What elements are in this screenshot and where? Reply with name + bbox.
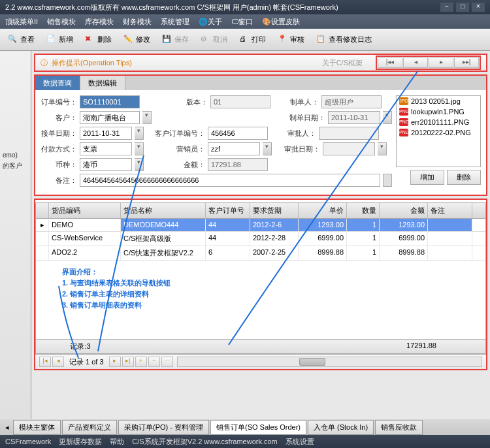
left-item[interactable]: 的客户 — [1, 160, 29, 172]
about-link[interactable]: 关于C/S框架 — [322, 58, 363, 68]
edit-button[interactable]: ✏️修改 — [120, 33, 154, 47]
menu-item[interactable]: 系统管理 — [161, 17, 189, 27]
appr-date-input[interactable] — [323, 142, 375, 155]
pg-first-button[interactable]: |◂ — [39, 357, 51, 367]
title-bar: 2.2 www.csframework.com版权所有 www.csframew… — [0, 0, 490, 14]
file-add-button[interactable]: 增加 — [410, 170, 444, 185]
pg-last-button[interactable]: ▸| — [122, 357, 134, 367]
view-button[interactable]: 🔍查看 — [4, 33, 39, 47]
nav-prev-button[interactable]: ◂ — [403, 57, 428, 68]
col-header[interactable] — [36, 203, 49, 218]
btab[interactable]: 产品资料定义 — [62, 420, 117, 435]
col-header[interactable]: 单价 — [299, 203, 347, 218]
status-item[interactable]: 系统设置 — [286, 437, 314, 447]
col-header[interactable]: 货品名称 — [121, 203, 206, 218]
print-button[interactable]: 🖨打印 — [235, 33, 270, 47]
left-panel: emo) 的客户 — [0, 51, 31, 419]
approve-button[interactable]: 📍审核 — [274, 33, 308, 47]
menu-item[interactable]: 库存模块 — [85, 17, 114, 27]
col-header[interactable]: 客户订单号 — [206, 203, 250, 218]
status-item[interactable]: 帮助 — [110, 437, 124, 447]
add-button[interactable]: 📄新增 — [42, 33, 77, 47]
save-button[interactable]: 💾保存 — [158, 33, 193, 47]
annotation-text: 界面介绍： 1. 与查询结果表格关联的导航按钮 2. 销售订单主表的详细资料 3… — [36, 261, 485, 339]
menu-item[interactable]: 销售模块 — [47, 17, 76, 27]
file-item[interactable]: PNGlookupwin1.PNG — [397, 106, 480, 117]
table-row[interactable]: CS-WebService C/S框架高级版 44 2012-2-28 6999… — [36, 232, 485, 246]
table-row[interactable]: ▸ DEMO DEMODEMO444 44 2012-2-6 1293.00 1… — [36, 219, 485, 232]
nav-first-button[interactable]: |◂◂ — [378, 57, 402, 68]
btab[interactable]: 销售订单(SO Sales Order) — [210, 420, 306, 435]
pg-add-button[interactable]: + — [135, 357, 147, 367]
add-icon: 📄 — [46, 35, 57, 45]
pay-input[interactable] — [80, 142, 132, 155]
tab-edit[interactable]: 数据编辑 — [80, 76, 125, 90]
maximize-button[interactable]: □ — [456, 3, 469, 12]
table-row[interactable]: ADO2.2 C/S快速开发框架V2.2 6 2007-2-25 8999.88… — [36, 246, 485, 261]
col-header[interactable]: 货品编码 — [49, 203, 121, 218]
png-icon: PNG — [399, 129, 408, 136]
label: 订单编号： — [41, 97, 77, 107]
currency-input[interactable] — [80, 158, 132, 171]
menu-item[interactable]: 🌐关于 — [199, 17, 222, 27]
tab-query[interactable]: 数据查询 — [35, 76, 80, 90]
menu-item[interactable]: 顶级菜单II — [5, 17, 38, 27]
nav-next-button[interactable]: ▸ — [429, 57, 453, 68]
make-date-input[interactable] — [328, 111, 380, 124]
cancel-button[interactable]: ⊘取消 — [197, 33, 231, 47]
pg-next-button[interactable]: ▸ — [109, 357, 121, 367]
customer-input[interactable] — [80, 111, 140, 124]
cust-order-input[interactable] — [208, 127, 268, 140]
tab-bar: 数据查询 数据编辑 — [35, 76, 486, 90]
label: 接单日期： — [41, 129, 77, 138]
nav-last-button[interactable]: ▸▸| — [454, 57, 479, 68]
stamp-icon: 📍 — [278, 35, 288, 45]
recv-date-input[interactable] — [80, 127, 132, 140]
btab[interactable]: 入仓单 (Stock In) — [308, 420, 374, 435]
btab[interactable]: 销售应收款 — [375, 420, 423, 435]
dropdown-button[interactable]: ▾ — [142, 111, 152, 124]
h-scrollbar[interactable] — [177, 357, 482, 367]
menu-item[interactable]: 🎨设置皮肤 — [262, 17, 300, 27]
remark-input[interactable] — [80, 174, 380, 187]
pg-more-button[interactable]: ⋯ — [161, 357, 173, 367]
pg-del-button[interactable]: − — [148, 357, 160, 367]
delete-button[interactable]: ✖删除 — [81, 33, 116, 47]
file-item[interactable]: PNGerr20101111.PNG — [397, 117, 480, 127]
col-header[interactable]: 数量 — [347, 203, 380, 218]
version-input[interactable] — [210, 95, 270, 108]
dropdown-button[interactable]: ▾ — [135, 127, 144, 140]
menu-item[interactable]: 🖵窗口 — [231, 17, 253, 27]
file-del-button[interactable]: 删除 — [447, 170, 481, 185]
dropdown-button[interactable]: ▾ — [135, 158, 144, 171]
minimize-button[interactable]: − — [440, 3, 453, 12]
btab[interactable]: 采购订单(PO) - 资料管理 — [118, 420, 209, 435]
status-item[interactable]: 更新缓存数据 — [59, 437, 102, 447]
col-header[interactable]: 备注 — [428, 203, 472, 218]
pg-prev-button[interactable]: ◂ — [52, 357, 64, 367]
paginator: |◂ ◂ 记录 1 of 3 ▸ ▸| + − ⋯ — [35, 354, 486, 369]
label: 审批人： — [270, 129, 316, 138]
search-icon: 🔍 — [8, 35, 18, 45]
file-item[interactable]: PNG20120222-02.PNG — [397, 127, 480, 138]
col-header[interactable]: 金额 — [380, 203, 428, 218]
cancel-icon: ⊘ — [201, 35, 211, 45]
sales-input[interactable] — [208, 142, 260, 155]
file-item[interactable]: JPG2013 02051.jpg — [397, 96, 480, 106]
nav-buttons: |◂◂ ◂ ▸ ▸▸| — [376, 56, 481, 70]
btab[interactable]: 模块主窗体 — [13, 420, 61, 435]
dropdown-button[interactable]: ▾ — [383, 111, 392, 124]
dropdown-button[interactable]: ▾ — [263, 142, 272, 155]
order-no-input[interactable] — [80, 95, 140, 108]
maker-input[interactable] — [321, 95, 382, 108]
left-item[interactable]: emo) — [1, 150, 29, 160]
log-button[interactable]: 📋查看修改日志 — [312, 33, 376, 47]
dropdown-button[interactable]: ▾ — [378, 142, 387, 155]
amount-input[interactable] — [208, 158, 268, 171]
menu-item[interactable]: 财务模块 — [123, 17, 152, 27]
col-header[interactable]: 要求货期 — [250, 203, 299, 218]
dropdown-button[interactable]: ▾ — [135, 142, 144, 155]
close-button[interactable]: × — [472, 3, 485, 12]
approver-input[interactable] — [319, 127, 379, 140]
scrollbar[interactable] — [383, 174, 392, 187]
